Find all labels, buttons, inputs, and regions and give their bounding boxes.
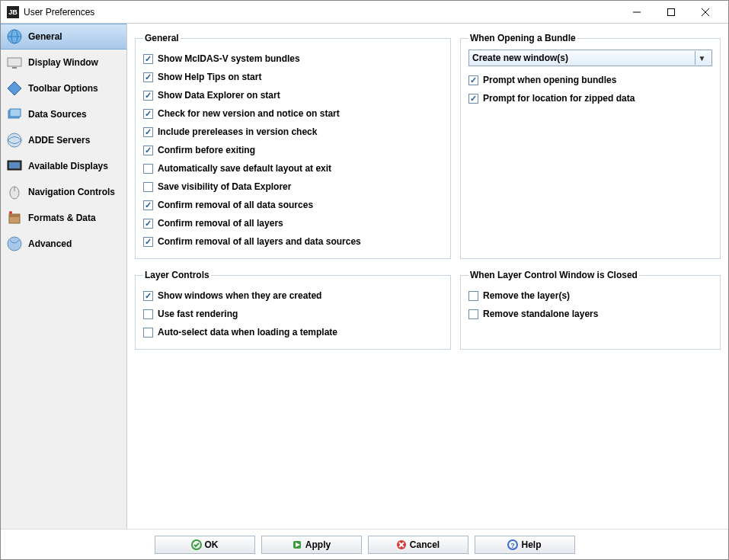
general-option-row: Include prereleases in version check bbox=[143, 123, 443, 141]
globe-alt-icon bbox=[5, 235, 24, 253]
general-option-label: Include prereleases in version check bbox=[158, 126, 317, 137]
general-option-checkbox[interactable] bbox=[143, 91, 153, 101]
general-option-checkbox[interactable] bbox=[143, 146, 153, 155]
sidebar-item-display-window[interactable]: Display Window bbox=[1, 50, 126, 75]
help-icon: ? bbox=[507, 539, 518, 550]
general-option-label: Save visibility of Data Explorer bbox=[158, 181, 291, 192]
globe-icon bbox=[5, 27, 24, 46]
svg-rect-7 bbox=[8, 58, 21, 66]
app-icon: JB bbox=[7, 6, 19, 18]
cancel-icon bbox=[396, 539, 407, 550]
general-option-label: Show Data Explorer on start bbox=[158, 90, 280, 101]
globe-net-icon bbox=[5, 131, 24, 149]
sidebar: GeneralDisplay WindowToolbar OptionsData… bbox=[1, 24, 127, 529]
svg-text:?: ? bbox=[511, 542, 516, 549]
sidebar-item-general[interactable]: General bbox=[1, 24, 126, 50]
sidebar-item-toolbar-options[interactable]: Toolbar Options bbox=[1, 75, 126, 101]
bundle-group: When Opening a Bundle Create new window(… bbox=[460, 33, 721, 259]
layer-controls-group: Layer Controls Show windows when they ar… bbox=[135, 270, 451, 350]
general-option-label: Automatically save default layout at exi… bbox=[158, 163, 331, 174]
general-option-row: Confirm before exiting bbox=[143, 141, 443, 159]
general-option-row: Save visibility of Data Explorer bbox=[143, 178, 443, 196]
sidebar-item-label: Toolbar Options bbox=[28, 83, 98, 94]
apply-button[interactable]: Apply bbox=[261, 536, 362, 554]
general-option-label: Show Help Tips on start bbox=[158, 72, 261, 82]
general-option-label: Confirm removal of all layers bbox=[158, 218, 283, 229]
bundle-option-row: Prompt for location for zipped data bbox=[468, 89, 712, 107]
general-option-checkbox[interactable] bbox=[143, 54, 153, 64]
layer-controls-legend: Layer Controls bbox=[143, 270, 211, 280]
svg-point-19 bbox=[9, 211, 12, 214]
bundle-option-label: Prompt when opening bundles bbox=[483, 75, 616, 85]
ok-icon bbox=[191, 539, 202, 550]
sidebar-item-formats-data[interactable]: Formats & Data bbox=[1, 205, 126, 231]
svg-point-20 bbox=[8, 237, 21, 251]
layerclosed-option-label: Remove the layer(s) bbox=[483, 290, 570, 301]
layer-closed-legend: When Layer Control Window is Closed bbox=[468, 270, 639, 280]
general-option-row: Show Data Explorer on start bbox=[143, 86, 443, 104]
diamond-icon bbox=[5, 79, 24, 98]
bundle-legend: When Opening a Bundle bbox=[468, 33, 577, 43]
main-panel: General Show McIDAS-V system bundlesShow… bbox=[127, 24, 728, 529]
titlebar: JB User Preferences bbox=[1, 1, 728, 24]
general-option-row: Automatically save default layout at exi… bbox=[143, 159, 443, 178]
apply-icon bbox=[292, 539, 302, 550]
monitor-icon bbox=[5, 53, 24, 72]
ok-label: OK bbox=[205, 539, 219, 550]
sidebar-item-available-displays[interactable]: Available Displays bbox=[1, 153, 126, 179]
layerclosed-option-row: Remove the layer(s) bbox=[468, 286, 712, 305]
svg-marker-9 bbox=[8, 82, 21, 95]
cancel-button[interactable]: Cancel bbox=[368, 536, 468, 554]
bundle-option-row: Prompt when opening bundles bbox=[468, 71, 712, 89]
bundle-mode-value: Create new window(s) bbox=[472, 53, 568, 63]
sidebar-item-label: ADDE Servers bbox=[28, 135, 90, 146]
layerctrl-option-row: Use fast rendering bbox=[143, 305, 443, 323]
general-option-checkbox[interactable] bbox=[143, 72, 153, 82]
layerclosed-option-row: Remove standalone layers bbox=[468, 305, 712, 323]
bundle-option-label: Prompt for location for zipped data bbox=[483, 93, 635, 104]
sidebar-item-label: General bbox=[28, 31, 62, 42]
layerctrl-option-checkbox[interactable] bbox=[143, 328, 153, 338]
layerctrl-option-label: Show windows when they are created bbox=[158, 290, 321, 301]
general-option-row: Show Help Tips on start bbox=[143, 68, 443, 86]
general-option-checkbox[interactable] bbox=[143, 219, 153, 229]
minimize-button[interactable] bbox=[619, 2, 654, 23]
apply-label: Apply bbox=[305, 539, 331, 550]
sidebar-item-adde-servers[interactable]: ADDE Servers bbox=[1, 127, 126, 153]
general-option-label: Confirm before exiting bbox=[158, 145, 255, 155]
general-option-row: Confirm removal of all data sources bbox=[143, 196, 443, 214]
general-option-checkbox[interactable] bbox=[143, 237, 153, 247]
general-option-checkbox[interactable] bbox=[143, 109, 153, 119]
sidebar-item-data-sources[interactable]: Data Sources bbox=[1, 101, 126, 127]
general-option-row: Check for new version and notice on star… bbox=[143, 104, 443, 123]
layerctrl-option-checkbox[interactable] bbox=[143, 291, 153, 301]
layerctrl-option-checkbox[interactable] bbox=[143, 309, 153, 319]
help-button[interactable]: ? Help bbox=[475, 536, 575, 554]
svg-point-12 bbox=[8, 133, 21, 147]
window-controls bbox=[619, 2, 722, 23]
sidebar-item-label: Data Sources bbox=[28, 109, 87, 120]
bundle-option-checkbox[interactable] bbox=[468, 75, 478, 85]
window-title: User Preferences bbox=[24, 7, 619, 18]
close-button[interactable] bbox=[688, 2, 722, 23]
layerclosed-option-checkbox[interactable] bbox=[468, 309, 478, 319]
sidebar-item-advanced[interactable]: Advanced bbox=[1, 231, 126, 257]
general-option-checkbox[interactable] bbox=[143, 127, 153, 137]
general-option-row: Confirm removal of all layers bbox=[143, 214, 443, 232]
sidebar-item-navigation-controls[interactable]: Navigation Controls bbox=[1, 179, 126, 205]
maximize-icon bbox=[667, 8, 675, 16]
ok-button[interactable]: OK bbox=[155, 536, 255, 554]
general-option-label: Show McIDAS-V system bundles bbox=[158, 53, 300, 64]
general-option-checkbox[interactable] bbox=[143, 200, 153, 210]
maximize-button[interactable] bbox=[654, 2, 688, 23]
layer-closed-group: When Layer Control Window is Closed Remo… bbox=[460, 270, 721, 350]
general-option-row: Confirm removal of all layers and data s… bbox=[143, 232, 443, 251]
general-option-checkbox[interactable] bbox=[143, 164, 153, 174]
bundle-option-checkbox[interactable] bbox=[468, 94, 478, 104]
sidebar-item-label: Available Displays bbox=[28, 161, 108, 171]
chevron-down-icon: ▼ bbox=[695, 51, 708, 65]
bundle-mode-dropdown[interactable]: Create new window(s) ▼ bbox=[468, 50, 712, 66]
general-option-checkbox[interactable] bbox=[143, 182, 153, 192]
layerclosed-option-label: Remove standalone layers bbox=[483, 309, 598, 319]
layerclosed-option-checkbox[interactable] bbox=[468, 291, 478, 301]
